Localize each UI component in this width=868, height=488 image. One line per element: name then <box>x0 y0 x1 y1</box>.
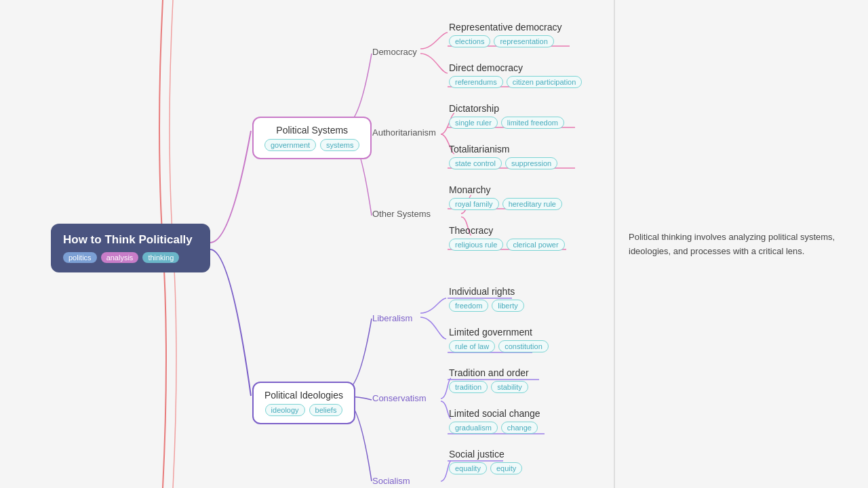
tag-limited-freedom: limited freedom <box>501 117 564 129</box>
theocracy-tags: religious rule clerical power <box>449 239 565 251</box>
ps-tag-systems: systems <box>320 139 359 151</box>
totalitarianism-title: Totalitarianism <box>449 144 557 155</box>
root-tags: politics analysis thinking <box>63 252 198 263</box>
tag-freedom: freedom <box>449 300 488 312</box>
liberalism-label: Liberalism <box>372 313 412 323</box>
totalitarianism-tags: state control suppression <box>449 157 557 169</box>
tradition-order-title: Tradition and order <box>449 367 529 378</box>
tag-single-ruler: single ruler <box>449 117 498 129</box>
tag-elections: elections <box>449 35 490 47</box>
political-systems-node[interactable]: Political Systems government systems <box>252 117 372 159</box>
tag-thinking: thinking <box>142 252 179 263</box>
political-ideologies-node[interactable]: Political Ideologies ideology beliefs <box>252 382 355 424</box>
sidebar-description: Political thinking involves analyzing po… <box>629 230 854 259</box>
root-title: How to Think Politically <box>63 233 198 247</box>
tag-citizen-participation: citizen participation <box>507 76 583 88</box>
direct-democracy-node: Direct democracy referendums citizen par… <box>449 62 582 88</box>
tag-constitution: constitution <box>498 340 549 352</box>
other-systems-label: Other Systems <box>372 209 431 219</box>
theocracy-title: Theocracy <box>449 225 565 236</box>
main-container: How to Think Politically politics analys… <box>0 0 868 488</box>
direct-democracy-tags: referendums citizen participation <box>449 76 582 88</box>
conservatism-label: Conservatism <box>372 393 426 403</box>
pi-tag-beliefs: beliefs <box>309 404 343 416</box>
monarchy-tags: royal family hereditary rule <box>449 198 562 210</box>
mind-map-area: How to Think Politically politics analys… <box>0 0 614 488</box>
root-node: How to Think Politically politics analys… <box>51 224 210 272</box>
tag-analysis: analysis <box>101 252 139 263</box>
ps-tags: government systems <box>264 139 359 151</box>
tag-change: change <box>501 422 538 434</box>
tag-hereditary-rule: hereditary rule <box>502 198 562 210</box>
tag-equality: equality <box>449 462 487 474</box>
tag-referendums: referendums <box>449 76 503 88</box>
rep-democracy-title: Representative democracy <box>449 22 562 33</box>
tag-politics: politics <box>63 252 97 263</box>
limited-govt-title: Limited government <box>449 327 549 338</box>
tradition-order-tags: tradition stability <box>449 381 529 393</box>
dictatorship-node: Dictatorship single ruler limited freedo… <box>449 103 564 129</box>
limited-social-change-tags: gradualism change <box>449 422 540 434</box>
tag-equity: equity <box>490 462 522 474</box>
pi-tag-ideology: ideology <box>265 404 305 416</box>
tradition-order-node: Tradition and order tradition stability <box>449 367 529 393</box>
tag-suppression: suppression <box>505 157 557 169</box>
representative-democracy-node: Representative democracy elections repre… <box>449 22 562 47</box>
limited-govt-tags: rule of law constitution <box>449 340 549 352</box>
social-justice-node: Social justice equality equity <box>449 449 522 474</box>
individual-rights-node: Individual rights freedom liberty <box>449 286 524 312</box>
democracy-label: Democracy <box>372 47 417 57</box>
rep-democracy-tags: elections representation <box>449 35 562 47</box>
tag-gradualism: gradualism <box>449 422 498 434</box>
dictatorship-title: Dictatorship <box>449 103 564 114</box>
ps-title: Political Systems <box>264 125 359 136</box>
monarchy-node: Monarchy royal family hereditary rule <box>449 184 562 210</box>
tag-representation: representation <box>494 35 553 47</box>
social-justice-tags: equality equity <box>449 462 522 474</box>
authoritarianism-label: Authoritarianism <box>372 127 436 138</box>
tag-tradition: tradition <box>449 381 488 393</box>
pi-title: Political Ideologies <box>264 390 343 401</box>
limited-government-node: Limited government rule of law constitut… <box>449 327 549 352</box>
sidebar: Political thinking involves analyzing po… <box>615 0 868 488</box>
tag-royal-family: royal family <box>449 198 499 210</box>
ps-tag-government: government <box>264 139 316 151</box>
tag-state-control: state control <box>449 157 502 169</box>
direct-democracy-title: Direct democracy <box>449 62 582 73</box>
limited-social-change-node: Limited social change gradualism change <box>449 408 540 434</box>
tag-stability: stability <box>491 381 528 393</box>
pi-tags: ideology beliefs <box>264 404 343 416</box>
tag-religious-rule: religious rule <box>449 239 503 251</box>
tag-clerical-power: clerical power <box>507 239 564 251</box>
dictatorship-tags: single ruler limited freedom <box>449 117 564 129</box>
individual-rights-title: Individual rights <box>449 286 524 297</box>
monarchy-title: Monarchy <box>449 184 562 195</box>
theocracy-node: Theocracy religious rule clerical power <box>449 225 565 251</box>
totalitarianism-node: Totalitarianism state control suppressio… <box>449 144 557 169</box>
limited-social-change-title: Limited social change <box>449 408 540 419</box>
socialism-label: Socialism <box>372 476 410 486</box>
individual-rights-tags: freedom liberty <box>449 300 524 312</box>
social-justice-title: Social justice <box>449 449 522 460</box>
tag-rule-of-law: rule of law <box>449 340 495 352</box>
tag-liberty: liberty <box>492 300 524 312</box>
